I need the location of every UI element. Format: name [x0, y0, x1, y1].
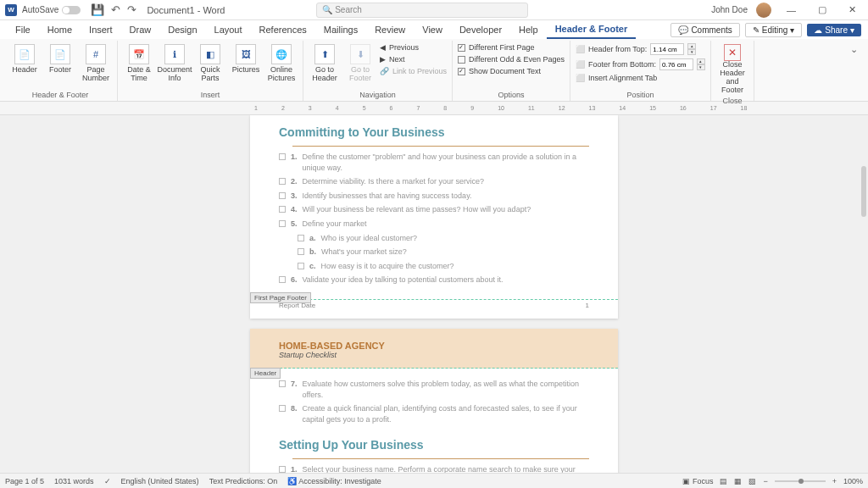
group-position: ⬜ Header from Top: ▴▾ ⬜ Footer from Bott…: [570, 41, 711, 101]
text-predictions[interactable]: Text Predictions: On: [209, 477, 278, 485]
zoom-level[interactable]: 100%: [843, 477, 863, 485]
different-odd-even-checkbox[interactable]: Different Odd & Even Pages: [458, 54, 565, 64]
tab-header-footer[interactable]: Header & Footer: [547, 20, 637, 39]
goto-header-button[interactable]: ⬆Go to Header: [309, 42, 341, 85]
zoom-out[interactable]: −: [763, 477, 767, 485]
ribbon: 📄Header 📄Footer #Page Number Header & Fo…: [0, 39, 868, 102]
autosave-label: AutoSave: [22, 5, 58, 14]
tab-mailings[interactable]: Mailings: [315, 21, 366, 38]
header-tag: Header: [250, 368, 281, 379]
document-info-button[interactable]: ℹDocument Info: [159, 42, 191, 85]
previous-button[interactable]: ◀ Previous: [380, 42, 447, 53]
header-button[interactable]: 📄Header: [8, 42, 41, 76]
group-options: Different First Page Different Odd & Eve…: [453, 41, 570, 101]
page-1[interactable]: Committing to Your Business 1.Define the…: [250, 115, 618, 319]
title-bar: W AutoSave 💾 ↶ ↷ Document1 - Word 🔍 Sear…: [0, 0, 868, 20]
minimize-button[interactable]: —: [780, 5, 803, 15]
language[interactable]: English (United States): [121, 477, 199, 485]
read-mode-icon[interactable]: ▤: [720, 477, 727, 485]
vertical-scrollbar[interactable]: [861, 166, 866, 217]
maximize-button[interactable]: ▢: [811, 4, 833, 15]
footer-from-bottom[interactable]: ⬜ Footer from Bottom: ▴▾: [576, 58, 705, 71]
close-icon: ✕: [724, 44, 741, 61]
tab-file[interactable]: File: [7, 21, 39, 38]
quick-parts-button[interactable]: ◧Quick Parts: [194, 42, 226, 85]
tab-developer[interactable]: Developer: [451, 21, 510, 38]
section-title: Committing to Your Business: [279, 125, 589, 139]
word-count[interactable]: 1031 words: [54, 477, 94, 485]
first-page-footer-tag: First Page Footer: [250, 292, 311, 303]
user-avatar[interactable]: [756, 3, 771, 18]
group-navigation: ⬆Go to Header ⬇Go to Footer ◀ Previous ▶…: [303, 41, 453, 101]
search-input[interactable]: 🔍 Search: [316, 3, 528, 18]
tab-home[interactable]: Home: [39, 21, 81, 38]
page-count[interactable]: Page 1 of 5: [5, 477, 44, 485]
tab-design[interactable]: Design: [159, 21, 205, 38]
link-previous-button: 🔗 Link to Previous: [380, 66, 447, 76]
tab-view[interactable]: View: [414, 21, 451, 38]
checklist-item: a.Who is your ideal customer?: [298, 233, 589, 244]
focus-mode[interactable]: ▣ Focus: [682, 477, 713, 485]
document-title: Document1 - Word: [147, 5, 225, 15]
tab-help[interactable]: Help: [510, 21, 547, 38]
undo-icon[interactable]: ↶: [108, 3, 124, 16]
editing-button[interactable]: ✎ Editing ▾: [745, 23, 803, 37]
close-header-footer-button[interactable]: ✕Close Header and Footer: [716, 42, 748, 97]
ribbon-tabs: File Home Insert Draw Design Layout Refe…: [0, 20, 868, 39]
collapse-ribbon-icon[interactable]: ⌄: [843, 41, 865, 101]
checklist-item: 4.Will your business be relevant as time…: [279, 204, 589, 215]
checklist-item: 7.Evaluate how customers solve this prob…: [279, 379, 589, 400]
header-subtitle: Startup Checklist: [279, 351, 589, 359]
online-pictures-button[interactable]: 🌐Online Pictures: [265, 42, 298, 85]
footer-bottom-input[interactable]: [659, 58, 693, 70]
pictures-button[interactable]: 🖼Pictures: [230, 42, 262, 76]
checklist-item: c.How easy is it to acquire the customer…: [298, 261, 589, 272]
tab-draw[interactable]: Draw: [121, 21, 160, 38]
tab-layout[interactable]: Layout: [206, 21, 251, 38]
checklist-item: 2.Determine viability. Is there a market…: [279, 176, 589, 187]
page-number-button[interactable]: #Page Number: [80, 42, 112, 85]
page-header[interactable]: HOME-BASED AGENCY Startup Checklist: [250, 329, 618, 369]
checklist-item: 1.Select your business name. Perform a c…: [279, 464, 589, 473]
zoom-slider[interactable]: [775, 480, 826, 482]
share-button[interactable]: ☁ Share ▾: [807, 24, 861, 36]
checklist-item: b.What's your market size?: [298, 247, 589, 258]
next-button[interactable]: ▶ Next: [380, 54, 447, 64]
tab-insert[interactable]: Insert: [81, 21, 121, 38]
save-icon[interactable]: 💾: [87, 3, 108, 16]
word-app-icon: W: [5, 4, 17, 16]
close-button[interactable]: ✕: [842, 4, 863, 15]
tab-references[interactable]: References: [251, 21, 315, 38]
redo-icon[interactable]: ↷: [124, 3, 140, 16]
web-layout-icon[interactable]: ▧: [748, 477, 756, 485]
zoom-in[interactable]: +: [832, 477, 837, 485]
group-header-footer: 📄Header 📄Footer #Page Number Header & Fo…: [3, 41, 118, 101]
group-insert: 📅Date & Time ℹDocument Info ◧Quick Parts…: [118, 41, 303, 101]
date-time-button[interactable]: 📅Date & Time: [123, 42, 155, 85]
header-from-top[interactable]: ⬜ Header from Top: ▴▾: [576, 42, 705, 56]
group-close: ✕Close Header and Footer Close: [711, 41, 754, 101]
comments-button[interactable]: 💬 Comments: [670, 23, 739, 37]
insert-alignment-tab[interactable]: ⬜ Insert Alignment Tab: [576, 73, 705, 83]
print-layout-icon[interactable]: ▦: [734, 477, 742, 485]
search-icon: 🔍: [322, 5, 332, 14]
accessibility[interactable]: ♿ Accessibility: Investigate: [287, 477, 381, 485]
header-top-input[interactable]: [650, 43, 684, 55]
checklist-item: 3.Identify businesses that are having su…: [279, 191, 589, 202]
tab-review[interactable]: Review: [366, 21, 414, 38]
goto-footer-button[interactable]: ⬇Go to Footer: [344, 42, 376, 85]
section-title-2: Setting Up Your Business: [279, 438, 589, 452]
spellcheck-icon[interactable]: ✓: [104, 477, 111, 485]
different-first-page-checkbox[interactable]: Different First Page: [458, 42, 565, 53]
autosave-toggle[interactable]: [62, 6, 81, 14]
user-name[interactable]: John Doe: [711, 5, 748, 14]
page-2[interactable]: HOME-BASED AGENCY Startup Checklist Head…: [250, 329, 618, 473]
show-document-text-checkbox[interactable]: Show Document Text: [458, 66, 565, 76]
header-title: HOME-BASED AGENCY: [279, 341, 589, 351]
checklist-item: 8.Create a quick financial plan, identif…: [279, 403, 589, 424]
status-bar: Page 1 of 5 1031 words ✓ English (United…: [0, 473, 868, 488]
footer-button[interactable]: 📄Footer: [44, 42, 76, 76]
checklist-item: 1.Define the customer "problem" and how …: [279, 152, 589, 173]
footer-right: 1: [586, 302, 589, 309]
document-area[interactable]: Committing to Your Business 1.Define the…: [0, 115, 868, 473]
